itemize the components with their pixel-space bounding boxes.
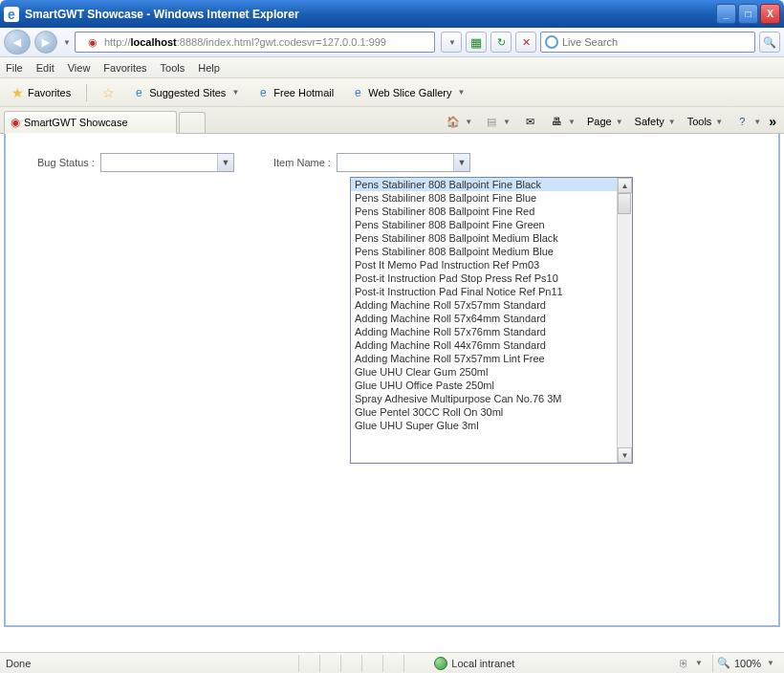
tab-smartgwt[interactable]: ◉ SmartGWT Showcase [4, 111, 177, 134]
zoom-control[interactable]: 🔍 100% ▼ [712, 655, 778, 672]
nav-bar: ◄ ► ▼ ◉ http:// localhost :8888/index.ht… [0, 28, 784, 57]
feeds-button[interactable]: ▤▼ [480, 112, 514, 131]
menu-favorites[interactable]: Favorites [103, 62, 146, 74]
status-bar: Done Local intranet ⛨▼ 🔍 100% ▼ [0, 652, 784, 673]
suggested-label: Suggested Sites [149, 87, 226, 98]
close-button[interactable]: X [760, 4, 780, 24]
url-host: localhost [130, 36, 176, 48]
dropdown-item[interactable]: Spray Adhesive Multipurpose Can No.76 3M [351, 392, 617, 405]
scroll-thumb[interactable] [618, 193, 631, 214]
dropdown-item[interactable]: Adding Machine Roll 57x76mm Standard [351, 325, 617, 338]
print-icon: 🖶 [549, 114, 564, 129]
menu-tools[interactable]: Tools [161, 62, 185, 74]
site-icon: ◉ [11, 116, 20, 129]
dropdown-item[interactable]: Pens Stabiliner 808 Ballpoint Medium Blu… [351, 245, 617, 258]
site-icon: ◉ [85, 34, 100, 50]
dropdown-item[interactable]: Adding Machine Roll 57x57mm Standard [351, 298, 617, 312]
web-slice-link[interactable]: e Web Slice Gallery ▼ [345, 84, 470, 101]
bug-status-combo[interactable]: ▼ [100, 153, 234, 172]
search-go-button[interactable]: 🔍 [759, 32, 780, 53]
chevron-down-icon: ▼ [767, 659, 774, 667]
search-box[interactable] [540, 32, 755, 53]
dropdown-item[interactable]: Pens Stabiliner 808 Ballpoint Medium Bla… [351, 231, 617, 245]
item-name-label: Item Name : [273, 157, 331, 168]
menu-help[interactable]: Help [198, 62, 220, 74]
zone-label: Local intranet [451, 658, 514, 669]
forward-button[interactable]: ► [34, 31, 57, 54]
free-hotmail-link[interactable]: e Free Hotmail [250, 84, 339, 101]
safety-menu[interactable]: Safety▼ [631, 114, 680, 129]
separator [86, 84, 87, 101]
zoom-icon: 🔍 [717, 657, 730, 669]
dropdown-items: Pens Stabiliner 808 Ballpoint Fine Black… [351, 178, 617, 463]
window-title-bar: e SmartGWT Showcase - Windows Internet E… [0, 0, 784, 28]
overflow-button[interactable]: » [769, 114, 776, 129]
security-zone[interactable]: Local intranet [434, 657, 514, 670]
dropdown-item[interactable]: Pens Stabiliner 808 Ballpoint Fine Black [351, 178, 617, 191]
favorites-button[interactable]: ★ Favorites [6, 83, 76, 102]
star-add-icon: ☆ [102, 85, 115, 100]
status-cell [319, 655, 340, 672]
home-button[interactable]: 🏠▼ [442, 112, 476, 131]
bug-status-label: Bug Status : [37, 157, 95, 168]
hotmail-label: Free Hotmail [273, 87, 334, 98]
command-bar: 🏠▼ ▤▼ ✉ 🖶▼ Page▼ Safety▼ Tools▼ ?▼ » [442, 112, 780, 133]
dropdown-item[interactable]: Pens Stabiliner 808 Ballpoint Fine Blue [351, 191, 617, 205]
dropdown-item[interactable]: Glue Pentel 30CC Roll On 30ml [351, 405, 617, 419]
dropdown-scrollbar[interactable]: ▲ ▼ [617, 178, 632, 463]
menu-bar: File Edit View Favorites Tools Help [0, 57, 784, 78]
dropdown-item[interactable]: Pens Stabiliner 808 Ballpoint Fine Red [351, 205, 617, 218]
scroll-down-button[interactable]: ▼ [618, 447, 632, 463]
dropdown-item[interactable]: Adding Machine Roll 44x76mm Standard [351, 338, 617, 352]
back-button[interactable]: ◄ [4, 30, 31, 54]
scroll-up-button[interactable]: ▲ [618, 178, 632, 193]
dropdown-item[interactable]: Post-it Instruction Pad Final Notice Ref… [351, 285, 617, 298]
print-button[interactable]: 🖶▼ [545, 112, 579, 131]
dropdown-item[interactable]: Glue UHU Clear Gum 250ml [351, 365, 617, 379]
dropdown-item[interactable]: Pens Stabiliner 808 Ballpoint Fine Green [351, 218, 617, 231]
url-protocol: http:// [104, 36, 131, 48]
url-path: :8888/index.html?gwt.codesvr=127.0.0.1:9… [177, 36, 386, 48]
menu-view[interactable]: View [68, 62, 91, 74]
page-menu[interactable]: Page▼ [583, 114, 627, 129]
rss-icon: ▤ [484, 114, 499, 129]
compat-button[interactable]: ▦ [466, 32, 487, 53]
menu-edit[interactable]: Edit [36, 62, 54, 74]
search-input[interactable] [562, 36, 751, 48]
item-name-combo[interactable]: ▼ [337, 153, 470, 172]
nav-history-dropdown[interactable]: ▼ [63, 38, 71, 47]
stop-button[interactable]: ✕ [515, 32, 536, 53]
address-dropdown[interactable]: ▼ [441, 32, 462, 53]
new-tab-button[interactable] [179, 112, 206, 133]
status-cell [382, 655, 403, 672]
ie-icon: e [256, 86, 270, 99]
zoom-value: 100% [734, 658, 761, 669]
dropdown-item[interactable]: Adding Machine Roll 57x64mm Standard [351, 312, 617, 325]
mail-icon: ✉ [522, 114, 537, 129]
chevron-down-icon: ▼ [453, 154, 469, 171]
dropdown-item[interactable]: Post It Memo Pad Instruction Ref Pm03 [351, 258, 617, 271]
help-button[interactable]: ?▼ [730, 112, 765, 131]
chevron-down-icon: ▼ [457, 88, 465, 97]
minimize-button[interactable]: _ [716, 4, 736, 24]
address-bar[interactable]: ◉ http:// localhost :8888/index.html?gwt… [75, 32, 435, 53]
dropdown-item[interactable]: Glue UHU Office Paste 250ml [351, 379, 617, 392]
maximize-button[interactable]: □ [738, 4, 758, 24]
menu-file[interactable]: File [6, 62, 23, 74]
refresh-button[interactable]: ↻ [490, 32, 512, 53]
content-area: Bug Status : ▼ Item Name : ▼ Pens Stabil… [4, 134, 780, 627]
status-cell [340, 655, 361, 672]
status-cell [361, 655, 382, 672]
dropdown-item[interactable]: Post-it Instruction Pad Stop Press Ref P… [351, 271, 617, 285]
protected-mode-button[interactable]: ⛨▼ [672, 654, 707, 673]
ie-icon: e [351, 86, 364, 99]
add-favorites-button[interactable]: ☆ [97, 83, 120, 102]
dropdown-item[interactable]: Glue UHU Super Glue 3ml [351, 419, 617, 432]
shield-icon: ⛨ [676, 656, 691, 671]
home-icon: 🏠 [446, 114, 461, 129]
suggested-sites-link[interactable]: e Suggested Sites ▼ [126, 84, 245, 101]
tab-title: SmartGWT Showcase [24, 117, 128, 128]
mail-button[interactable]: ✉ [518, 112, 541, 131]
dropdown-item[interactable]: Adding Machine Roll 57x57mm Lint Free [351, 352, 617, 365]
tools-menu[interactable]: Tools▼ [684, 114, 728, 129]
